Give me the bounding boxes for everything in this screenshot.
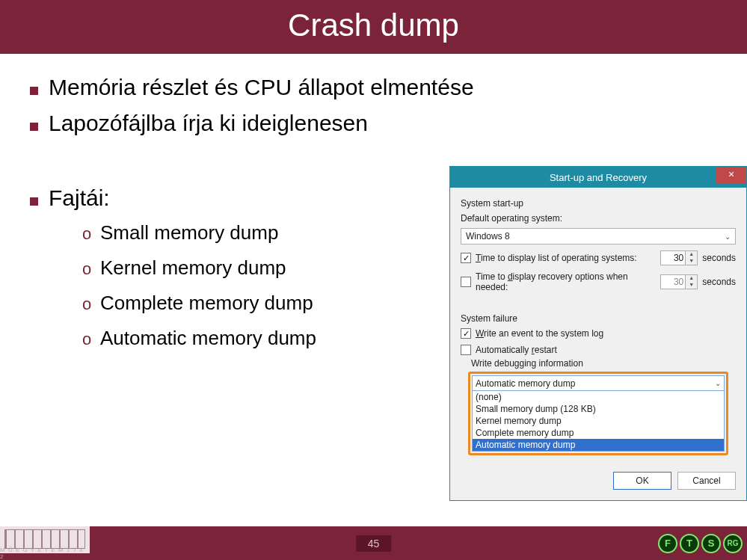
startup-recovery-dialog: Start-up and Recovery × System start-up … bbox=[449, 166, 747, 501]
bullet-2-text: Lapozófájlba írja ki ideiglenesen bbox=[49, 111, 368, 136]
sub-1-text: Small memory dump bbox=[100, 221, 278, 244]
dump-selected-value: Automatic memory dump bbox=[476, 378, 575, 389]
write-event-checkbox[interactable]: ✓ bbox=[461, 328, 471, 339]
logo-s-icon: S bbox=[701, 534, 721, 553]
write-event-label: Write an event to the system log bbox=[476, 328, 736, 339]
time-list-spinner[interactable]: ▲▼ bbox=[686, 250, 698, 265]
close-button[interactable]: × bbox=[716, 167, 746, 183]
circle-icon: o bbox=[82, 224, 100, 244]
circle-icon: o bbox=[82, 330, 100, 349]
dump-option-small[interactable]: Small memory dump (128 KB) bbox=[473, 403, 724, 415]
logo-t-icon: T bbox=[680, 534, 699, 553]
slide-footer: M Ű E G Y E T E M 1 7 8 2 45 F T S RG bbox=[0, 526, 747, 560]
bullet-1: Memória részlet és CPU állapot elmentése bbox=[30, 75, 732, 100]
time-list-label: Time to display list of operating system… bbox=[476, 253, 660, 263]
sub-4-text: Automatic memory dump bbox=[100, 327, 316, 349]
university-logo: M Ű E G Y E T E M 1 7 8 2 bbox=[0, 526, 90, 560]
dump-option-complete[interactable]: Complete memory dump bbox=[473, 427, 724, 439]
write-debug-label: Write debugging information bbox=[471, 358, 736, 369]
system-failure-label: System failure bbox=[461, 313, 736, 324]
circle-icon: o bbox=[82, 295, 100, 314]
building-icon bbox=[4, 529, 85, 549]
page-number: 45 bbox=[356, 535, 392, 552]
bullet-1-text: Memória részlet és CPU állapot elmentése bbox=[49, 75, 474, 100]
cancel-button[interactable]: Cancel bbox=[677, 472, 736, 490]
bullet-2: Lapozófájlba írja ki ideiglenesen bbox=[30, 111, 732, 136]
default-os-value: Windows 8 bbox=[466, 231, 510, 241]
circle-icon: o bbox=[82, 259, 100, 279]
dump-option-none[interactable]: (none) bbox=[473, 391, 724, 403]
time-recovery-checkbox[interactable] bbox=[461, 277, 471, 287]
ok-button[interactable]: OK bbox=[613, 472, 671, 490]
seconds-label-2: seconds bbox=[702, 277, 736, 287]
auto-restart-label: Automatically restart bbox=[476, 345, 736, 355]
chevron-down-icon: ⌄ bbox=[715, 379, 721, 387]
dump-highlight-box: Automatic memory dump ⌄ (none) Small mem… bbox=[468, 372, 728, 455]
dialog-titlebar[interactable]: Start-up and Recovery × bbox=[450, 167, 746, 188]
time-recovery-label: Time to display recovery options when ne… bbox=[476, 271, 660, 292]
time-list-checkbox[interactable]: ✓ bbox=[461, 253, 471, 263]
dump-type-select[interactable]: Automatic memory dump ⌄ bbox=[472, 375, 725, 391]
sub-2-text: Kernel memory dump bbox=[100, 256, 286, 279]
logo-rg-icon: RG bbox=[723, 534, 743, 553]
bullet-icon bbox=[30, 87, 38, 95]
slide-title: Crash dump bbox=[0, 0, 747, 54]
dialog-title: Start-up and Recovery bbox=[450, 172, 746, 183]
sub-3-text: Complete memory dump bbox=[100, 292, 313, 314]
bullet-icon bbox=[30, 197, 38, 206]
dump-dropdown-list[interactable]: (none) Small memory dump (128 KB) Kernel… bbox=[472, 391, 725, 452]
close-icon: × bbox=[728, 168, 734, 180]
time-recovery-spinner: ▲▼ bbox=[686, 274, 698, 289]
dump-option-automatic[interactable]: Automatic memory dump bbox=[473, 439, 724, 451]
bullet-3-text: Fajtái: bbox=[49, 185, 110, 211]
logo-f-icon: F bbox=[658, 534, 677, 553]
default-os-select[interactable]: Windows 8 ⌄ bbox=[461, 228, 736, 244]
ftsrg-logo: F T S RG bbox=[658, 534, 743, 553]
chevron-down-icon: ⌄ bbox=[725, 233, 731, 241]
time-recovery-value: 30 bbox=[660, 274, 686, 289]
auto-restart-checkbox[interactable] bbox=[461, 345, 471, 355]
system-startup-label: System start-up bbox=[461, 198, 736, 209]
dump-option-kernel[interactable]: Kernel memory dump bbox=[473, 415, 724, 427]
seconds-label: seconds bbox=[702, 253, 736, 263]
default-os-label: Default operating system: bbox=[461, 213, 736, 224]
time-list-value[interactable]: 30 bbox=[660, 250, 686, 265]
bullet-icon bbox=[30, 123, 38, 131]
